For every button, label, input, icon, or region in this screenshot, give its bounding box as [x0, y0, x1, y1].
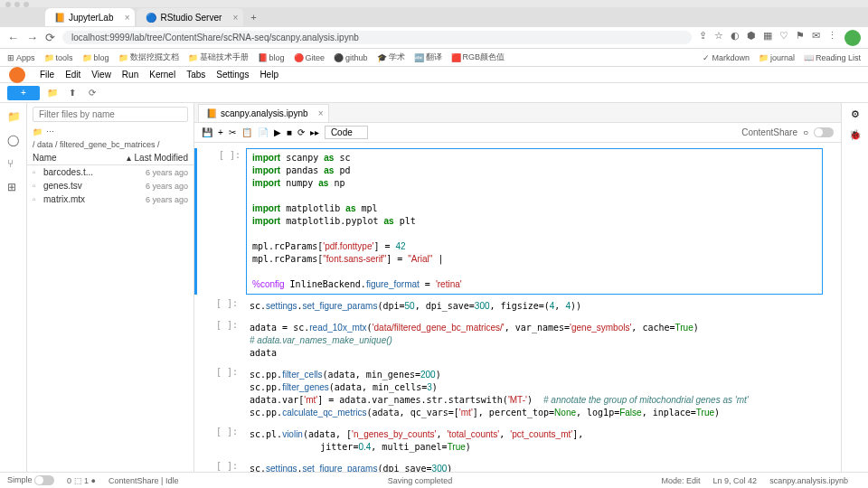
code-cell[interactable]: [ ]:adata = sc.read_10x_mtx('data/filter… [194, 318, 823, 363]
breadcrumb[interactable]: 📁⋯ [27, 126, 193, 138]
kernel-name[interactable]: ContentShare [741, 127, 797, 137]
menu-file[interactable]: File [40, 70, 54, 80]
insert-cell-button[interactable]: + [218, 127, 223, 137]
jupyter-logo-icon [9, 67, 25, 83]
code-cell[interactable]: [ ]:sc.pp.filter_cells(adata, min_genes=… [194, 365, 823, 423]
file-icon: ▫ [33, 181, 43, 191]
code-cell[interactable]: [ ]:import scanpy as sc import pandas as… [194, 148, 823, 295]
refresh-button[interactable]: ⟳ [85, 86, 99, 100]
status-mode: Mode: Edit [662, 476, 701, 485]
ext-icon[interactable]: ✉ [812, 30, 820, 46]
bookmark-item[interactable]: ✓ Markdown [703, 53, 750, 62]
ext-icon[interactable]: ⬢ [747, 30, 756, 46]
status-terminals[interactable]: 0 ⬚ 1 ● [67, 476, 96, 485]
menu-help[interactable]: Help [259, 70, 278, 80]
folder-icon: 📁 [33, 127, 42, 136]
new-tab-button[interactable]: + [250, 12, 256, 23]
menu-edit[interactable]: Edit [65, 70, 80, 80]
bookmark-item[interactable]: 📁 tools [44, 53, 73, 62]
menu-run[interactable]: Run [122, 70, 138, 80]
status-cursor: Ln 9, Col 42 [713, 476, 758, 485]
close-icon[interactable]: × [318, 108, 324, 118]
property-inspector-icon[interactable]: ⚙ [851, 108, 860, 120]
menu-tabs[interactable]: Tabs [186, 70, 205, 80]
ext-icon[interactable]: ⚑ [796, 30, 805, 46]
file-icon: ▫ [33, 167, 43, 177]
browser-tabs: 📙JupyterLab× 🔵RStudio Server× + [0, 7, 868, 27]
file-icon: ▫ [33, 194, 43, 204]
apps-icon[interactable]: ⊞ Apps [7, 53, 35, 62]
bookmark-item[interactable]: 📕 blog [258, 53, 285, 62]
bookmark-item[interactable]: 📁 基础技术手册 [188, 52, 249, 63]
file-row[interactable]: ▫genes.tsv6 years ago [27, 179, 193, 192]
status-file: scanpy.analysis.ipynb [769, 476, 848, 485]
cut-button[interactable]: ✂ [229, 127, 236, 137]
copy-button[interactable]: 📋 [241, 127, 252, 137]
bookmark-item[interactable]: 🟥 RGB颜色值 [451, 52, 505, 63]
url-input[interactable]: localhost:9999/lab/tree/ContentShare/scR… [62, 31, 692, 44]
restart-button[interactable]: ⟳ [297, 127, 305, 137]
bookmark-item[interactable]: ⚫ github [334, 53, 368, 62]
menu-kernel[interactable]: Kernel [149, 70, 175, 80]
bookmark-item[interactable]: 📖 Reading List [804, 53, 861, 62]
restart-run-button[interactable]: ▸▸ [310, 127, 319, 137]
file-toolbar: + 📁 ⬆ ⟳ [0, 83, 868, 103]
save-button[interactable]: 💾 [202, 127, 212, 137]
git-icon[interactable]: ⑂ [7, 157, 20, 170]
debug-icon[interactable]: 🐞 [849, 129, 862, 141]
upload-button[interactable]: ⬆ [65, 86, 80, 100]
ext-icon[interactable]: ♡ [779, 30, 788, 46]
new-folder-button[interactable]: 📁 [45, 86, 60, 100]
ext-icon[interactable]: ▦ [763, 30, 772, 46]
status-bar: Simple 0 ⬚ 1 ● ContentShare | Idle Savin… [0, 472, 868, 488]
jupyter-menubar: File Edit View Run Kernel Tabs Settings … [0, 67, 868, 83]
close-icon[interactable]: × [232, 13, 238, 23]
close-icon[interactable]: × [125, 13, 130, 23]
url-bar: ← → ⟳ localhost:9999/lab/tree/ContentSha… [0, 27, 868, 49]
right-sidebar: ⚙ 🐞 [841, 103, 868, 472]
bookmark-item[interactable]: 🔴 Gitee [294, 53, 326, 62]
avatar[interactable] [844, 30, 861, 46]
cell-type-select[interactable]: Code [325, 126, 368, 139]
new-launcher-button[interactable]: + [7, 86, 40, 100]
bookmark-item[interactable]: 🔤 翻译 [414, 52, 442, 63]
file-row[interactable]: ▫barcodes.t...6 years ago [27, 165, 193, 179]
filter-input[interactable] [33, 107, 188, 122]
status-saving: Saving completed [388, 476, 453, 485]
run-button[interactable]: ▶ [274, 127, 281, 137]
reload-button[interactable]: ⟳ [45, 31, 55, 44]
code-cell[interactable]: [ ]:sc.settings.set_figure_params(dpi_sa… [194, 459, 823, 472]
menu-view[interactable]: View [91, 70, 111, 80]
notebook-tab[interactable]: 📙scanpy.analysis.ipynb× [198, 104, 329, 122]
folder-icon[interactable]: 📁 [7, 110, 20, 123]
tab-jupyterlab[interactable]: 📙JupyterLab× [45, 8, 135, 26]
share-icon[interactable]: ⇪ [699, 30, 707, 46]
breadcrumb-path[interactable]: / data / filtered_gene_bc_matrices / [27, 138, 193, 151]
notebook-icon: 📙 [206, 108, 217, 118]
col-name[interactable]: Name [33, 153, 127, 163]
forward-button[interactable]: → [26, 31, 38, 44]
simple-toggle[interactable]: Simple [7, 475, 54, 485]
star-icon[interactable]: ☆ [714, 30, 723, 46]
bookmark-item[interactable]: 🎓 学术 [377, 52, 405, 63]
file-row[interactable]: ▫matrix.mtx6 years ago [27, 192, 193, 206]
bookmark-item[interactable]: 📁 数据挖掘文档 [118, 52, 179, 63]
paste-button[interactable]: 📄 [258, 127, 269, 137]
debug-toggle[interactable] [814, 127, 834, 137]
bookmark-item[interactable]: 📁 blog [82, 53, 109, 62]
notebook-panel: 📙scanpy.analysis.ipynb× 💾 + ✂ 📋 📄 ▶ ■ ⟳ … [194, 103, 841, 472]
ext-icon[interactable]: ◐ [731, 30, 740, 46]
file-browser: 📁⋯ / data / filtered_gene_bc_matrices / … [27, 103, 194, 472]
running-icon[interactable]: ◯ [7, 134, 20, 146]
extensions-icon[interactable]: ⊞ [7, 181, 20, 193]
stop-button[interactable]: ■ [287, 127, 292, 137]
code-cell[interactable]: [ ]:sc.pl.violin(adata, ['n_genes_by_cou… [194, 425, 823, 457]
col-mod[interactable]: Last Modified [135, 153, 188, 163]
tab-rstudio[interactable]: 🔵RStudio Server× [137, 8, 243, 26]
back-button[interactable]: ← [7, 31, 19, 44]
menu-settings[interactable]: Settings [216, 70, 249, 80]
bookmark-item[interactable]: 📁 journal [759, 53, 795, 62]
code-cell[interactable]: [ ]:sc.settings.set_figure_params(dpi=50… [194, 296, 823, 316]
menu-icon[interactable]: ⋮ [827, 30, 837, 46]
activity-bar: 📁 ◯ ⑂ ⊞ [0, 103, 27, 472]
